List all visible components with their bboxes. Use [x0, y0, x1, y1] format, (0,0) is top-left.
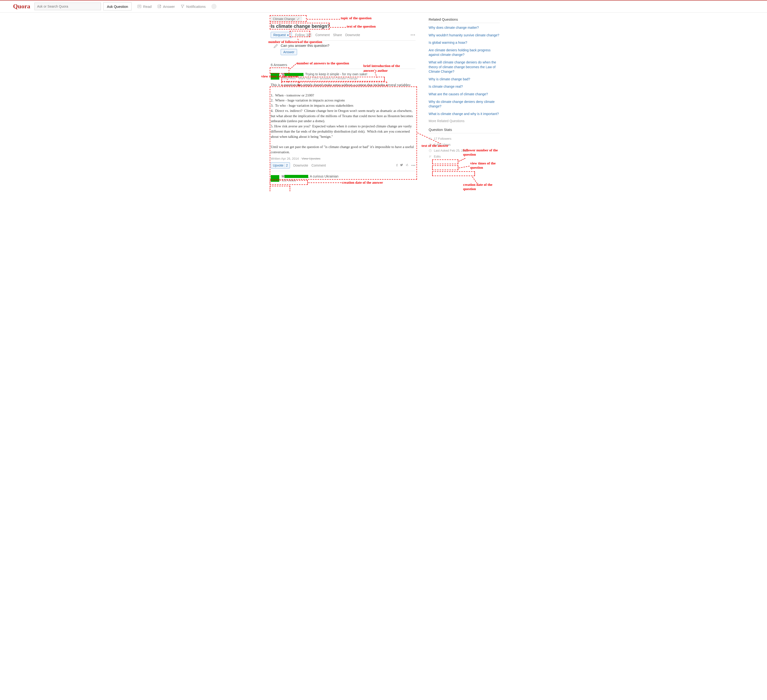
header-bar: Quora Ask Question Read Answer Notificat…: [0, 0, 767, 13]
answer-date: Written Apr 26, 2014: [271, 157, 299, 160]
nav-notifications[interactable]: Notifications: [180, 4, 206, 8]
author-name-redacted: [285, 175, 308, 178]
answer-button[interactable]: Answer: [281, 49, 297, 55]
related-link[interactable]: Why does climate change matter?: [429, 26, 479, 29]
anno-box-qcreation: [432, 171, 475, 176]
related-link[interactable]: Is climate change real?: [429, 85, 463, 88]
answers-count-label: 6 Answers: [271, 58, 415, 69]
answer-body: This is a question that simply doesn't m…: [271, 83, 415, 155]
anno-label-topic: topic of the question: [341, 16, 372, 20]
quora-logo[interactable]: Quora: [13, 3, 30, 10]
question-stats-list: 17 Followers 4,492 Views Last Asked Feb …: [429, 136, 500, 159]
nav-answer[interactable]: Answer: [157, 4, 175, 8]
pencil-icon: [297, 18, 300, 21]
search-input[interactable]: [35, 3, 101, 10]
question-title: Is climate change benign?: [271, 24, 415, 29]
answer-social-icons: f •••: [396, 163, 415, 167]
downvote-link[interactable]: Downvote: [345, 33, 360, 37]
answer-downvote-link[interactable]: Downvote: [293, 163, 308, 167]
follow-count: 17: [306, 33, 312, 37]
anno-box-qfollowers: [432, 159, 458, 164]
stats-edits[interactable]: Edits: [429, 153, 500, 159]
anno-line: [459, 166, 470, 168]
related-link[interactable]: What is climate change and why is it imp…: [429, 112, 499, 116]
answer-header: M, A curious Ukrainian 322 Views: [271, 174, 415, 182]
nav-answer-label: Answer: [163, 5, 175, 8]
list-item: What will climate change deniers do when…: [429, 60, 500, 74]
related-link[interactable]: Are climate deniers holding back progres…: [429, 48, 490, 57]
request-button[interactable]: Request ▼: [271, 32, 292, 38]
author-credential[interactable]: Mark has 120+ answers in Climate Change: [299, 77, 358, 80]
author-name-redacted: [285, 73, 304, 76]
user-avatar[interactable]: [211, 4, 216, 9]
anno-box-qviews: [432, 165, 458, 170]
question-action-bar: Request ▼ Follow 17 Comment Share Downvo…: [271, 32, 415, 41]
list-item: Why is climate change bad?: [429, 77, 500, 82]
answer-views: 322 Views: [282, 179, 415, 182]
stats-last-asked: Last Asked Feb 25, 2013: [429, 148, 500, 153]
answer-header: M, Trying to keep it simple - for my own…: [271, 72, 415, 80]
list-item: Why wouldn't humanity survive climate ch…: [429, 33, 500, 38]
svg-point-6: [430, 144, 431, 145]
nav-read[interactable]: Read: [137, 4, 151, 8]
anno-line: [308, 182, 342, 183]
anno-line: [307, 19, 340, 19]
list-item: What are the causes of climate change?: [429, 92, 500, 97]
anno-label-qviews: view times of the question: [470, 161, 503, 170]
list-item: Why do climate change deniers deny clima…: [429, 100, 500, 109]
related-link[interactable]: What are the causes of climate change?: [429, 92, 488, 96]
anno-label-qcreation: creation date of the question: [463, 182, 496, 191]
topic-pill[interactable]: Climate Change: [271, 16, 302, 22]
upvote-button[interactable]: Upvote2: [271, 162, 290, 169]
answer-block: M, A curious Ukrainian 322 Views: [271, 171, 415, 182]
list-item: What is climate change and why is it imp…: [429, 112, 500, 116]
read-icon: [137, 4, 142, 8]
facebook-icon[interactable]: f: [396, 163, 398, 167]
anno-line: [472, 177, 477, 184]
answer-meta-line: 166 Views · Mark has 120+ answers in Cli…: [282, 77, 415, 80]
more-icon[interactable]: •••: [411, 163, 415, 167]
ask-question-button[interactable]: Ask Question: [103, 2, 132, 10]
answer-views: 166 Views: [282, 77, 296, 80]
pencil-large-icon: [273, 43, 278, 49]
related-link[interactable]: What will climate change deniers do when…: [429, 61, 496, 73]
author-name[interactable]: M: [282, 174, 285, 178]
related-link[interactable]: Is global warming a hoax?: [429, 41, 467, 45]
author-bio: , Trying to keep it simple - for my own …: [304, 72, 368, 76]
related-link[interactable]: Why do climate change deniers deny clima…: [429, 100, 495, 108]
list-item: Why does climate change matter?: [429, 26, 500, 30]
author-line: M, A curious Ukrainian: [282, 174, 415, 178]
related-link[interactable]: Why wouldn't humanity survive climate ch…: [429, 33, 500, 37]
answer-footer-meta: Written Apr 26, 2014·View Upvotes: [271, 157, 415, 160]
share-out-icon[interactable]: [406, 163, 409, 167]
author-line: M, Trying to keep it simple - for my own…: [282, 72, 415, 76]
answer-comment-link[interactable]: Comment: [311, 163, 326, 167]
follow-label: Follow: [295, 33, 305, 37]
notifications-icon: [180, 4, 185, 8]
answer-prompt: Can you answer this question? Answer: [271, 41, 415, 58]
twitter-icon[interactable]: [400, 163, 403, 167]
answer-action-bar: Upvote2 Downvote Comment f •••: [271, 162, 415, 169]
clock-icon: [429, 149, 432, 152]
follow-button[interactable]: Follow 17: [295, 33, 312, 37]
stats-followers: 17 Followers: [429, 136, 500, 142]
edits-icon: [429, 155, 432, 158]
stats-views: 4,492 Views: [429, 142, 500, 148]
eye-icon: [429, 143, 432, 147]
more-options-icon[interactable]: •••: [411, 33, 415, 37]
answer-prompt-text: Can you answer this question?: [281, 43, 329, 48]
author-avatar[interactable]: [271, 73, 279, 80]
svg-point-5: [431, 138, 431, 139]
answer-block: M, Trying to keep it simple - for my own…: [271, 69, 415, 171]
related-link[interactable]: Why is climate change bad?: [429, 77, 470, 81]
svg-point-4: [429, 138, 430, 139]
author-avatar[interactable]: [271, 175, 279, 182]
more-related-link[interactable]: More Related Questions: [429, 119, 500, 123]
followers-icon: [429, 137, 432, 140]
share-link[interactable]: Share: [333, 33, 342, 37]
author-name[interactable]: M: [282, 72, 285, 76]
comment-link[interactable]: Comment: [315, 33, 330, 37]
view-upvotes-link[interactable]: View Upvotes: [302, 157, 320, 160]
author-bio: , A curious Ukrainian: [308, 174, 339, 178]
topic-label: Climate Change: [273, 17, 295, 21]
